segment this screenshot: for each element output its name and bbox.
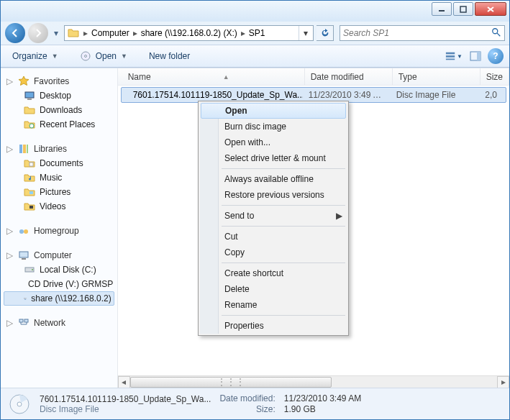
file-name: 7601.17514.101119-1850_Update_Sp_Wa... <box>133 90 303 100</box>
menu-properties[interactable]: Properties <box>200 318 347 334</box>
nav-cd-drive[interactable]: CD Drive (V:) GRMSP <box>4 277 114 291</box>
nav-downloads[interactable]: Downloads <box>4 103 114 117</box>
search-icon[interactable] <box>491 27 501 40</box>
folder-icon <box>24 104 35 116</box>
close-button[interactable] <box>475 2 506 16</box>
menu-restore[interactable]: Restore previous versions <box>200 187 347 203</box>
nav-documents[interactable]: Documents <box>4 156 114 170</box>
menu-copy[interactable]: Copy <box>200 245 347 260</box>
chevron-right-icon[interactable]: ▸ <box>240 28 247 38</box>
new-folder-button[interactable]: New folder <box>143 49 196 63</box>
svg-line-5 <box>497 32 500 35</box>
menu-offline[interactable]: Always available offline <box>200 171 347 187</box>
svg-point-22 <box>19 229 24 234</box>
address-field[interactable]: ▸ Computer ▸ share (\\192.168.0.2) (X:) … <box>64 25 314 41</box>
caret-icon: ▷ <box>6 76 14 86</box>
svg-rect-1 <box>460 6 466 12</box>
menu-open-with[interactable]: Open with... <box>200 134 347 150</box>
nav-network-header[interactable]: ▷ Network <box>4 316 114 330</box>
column-date[interactable]: Date modified <box>305 68 393 85</box>
libraries-icon <box>18 143 29 155</box>
menu-create-shortcut[interactable]: Create shortcut <box>200 265 347 281</box>
network-drive-icon <box>24 293 27 304</box>
computer-icon <box>18 250 29 261</box>
details-filetype: Disc Image File <box>40 404 211 414</box>
network-icon <box>18 317 29 329</box>
menu-burn[interactable]: Burn disc image <box>200 119 347 134</box>
menu-open[interactable]: Open <box>201 103 346 119</box>
nav-label: Homegroup <box>34 226 79 236</box>
nav-history-dropdown[interactable]: ▾ <box>51 26 61 40</box>
svg-rect-19 <box>29 163 33 166</box>
pictures-icon <box>24 186 35 198</box>
svg-point-27 <box>32 269 33 270</box>
chevron-right-icon[interactable]: ▸ <box>132 28 139 38</box>
recent-icon <box>24 119 35 130</box>
horizontal-scrollbar[interactable]: ◂ ⋮⋮⋮ ▸ <box>118 375 509 388</box>
open-button[interactable]: Open ▼ <box>74 48 133 64</box>
column-headers: Name▲ Date modified Type Size <box>118 68 509 86</box>
title-bar <box>1 1 509 22</box>
nav-computer-header[interactable]: ▷ Computer <box>4 248 114 262</box>
nav-pictures[interactable]: Pictures <box>4 185 114 199</box>
organize-button[interactable]: Organize ▼ <box>6 49 64 63</box>
nav-label: Favorites <box>34 76 69 86</box>
drive-icon <box>24 264 35 275</box>
column-type[interactable]: Type <box>393 68 481 85</box>
svg-rect-24 <box>19 252 28 257</box>
column-size[interactable]: Size <box>481 68 509 85</box>
nav-label: Libraries <box>34 144 67 154</box>
svg-point-15 <box>29 124 34 128</box>
nav-music[interactable]: Music <box>4 170 114 185</box>
nav-favorites-header[interactable]: ▷ Favorites <box>4 74 114 88</box>
nav-videos[interactable]: Videos <box>4 199 114 214</box>
back-button[interactable] <box>5 23 25 43</box>
details-pane: 7601.17514.101119-1850_Update_Sp_Wa... D… <box>1 388 509 419</box>
file-date: 11/23/2010 3:49 AM <box>303 90 391 100</box>
submenu-arrow-icon: ▶ <box>336 211 342 221</box>
change-view-button[interactable]: ▼ <box>445 48 463 64</box>
new-folder-label: New folder <box>149 51 190 61</box>
menu-rename[interactable]: Rename <box>200 297 347 313</box>
preview-pane-button[interactable] <box>466 48 485 64</box>
svg-rect-17 <box>23 145 26 153</box>
desktop-icon <box>24 90 35 101</box>
chevron-right-icon[interactable]: ▸ <box>82 28 89 38</box>
column-name[interactable]: Name▲ <box>122 68 305 85</box>
menu-separator <box>222 205 345 206</box>
scroll-track[interactable]: ⋮⋮⋮ <box>130 376 497 388</box>
menu-send-to[interactable]: Send to▶ <box>200 208 347 224</box>
details-date: 11/23/2010 3:49 AM <box>284 393 361 403</box>
refresh-button[interactable] <box>317 25 334 41</box>
help-button[interactable]: ? <box>488 48 504 64</box>
scroll-left-button[interactable]: ◂ <box>118 376 130 388</box>
scroll-right-button[interactable]: ▸ <box>497 376 509 388</box>
nav-recent[interactable]: Recent Places <box>4 117 114 132</box>
search-field[interactable] <box>340 25 505 41</box>
scroll-thumb[interactable]: ⋮⋮⋮ <box>130 377 332 388</box>
search-input[interactable] <box>343 28 491 38</box>
nav-label: Network <box>34 318 65 328</box>
svg-rect-18 <box>27 145 28 153</box>
minimize-button[interactable] <box>432 2 452 16</box>
svg-rect-16 <box>19 145 22 153</box>
nav-libraries-header[interactable]: ▷ Libraries <box>4 142 114 156</box>
forward-button[interactable] <box>28 23 48 43</box>
svg-rect-21 <box>29 206 33 209</box>
organize-label: Organize <box>12 51 47 61</box>
breadcrumb-folder[interactable]: SP1 <box>247 28 268 38</box>
address-dropdown[interactable]: ▾ <box>299 26 311 40</box>
breadcrumb-computer[interactable]: Computer <box>89 28 132 38</box>
nav-desktop[interactable]: Desktop <box>4 88 114 103</box>
details-filename: 7601.17514.101119-1850_Update_Sp_Wa... <box>40 394 211 404</box>
menu-delete[interactable]: Delete <box>200 281 347 297</box>
open-label: Open <box>96 51 117 61</box>
menu-mount[interactable]: Select drive letter & mount <box>200 150 347 166</box>
nav-homegroup-header[interactable]: ▷ Homegroup <box>4 224 114 238</box>
nav-local-disk[interactable]: Local Disk (C:) <box>4 262 114 277</box>
breadcrumb-drive[interactable]: share (\\192.168.0.2) (X:) <box>139 28 240 38</box>
maximize-button[interactable] <box>453 2 473 16</box>
nav-network-share[interactable]: share (\\192.168.0.2) <box>4 291 114 306</box>
menu-cut[interactable]: Cut <box>200 229 347 245</box>
navigation-pane[interactable]: ▷ Favorites Desktop Downloads Recent Pla… <box>1 68 118 388</box>
